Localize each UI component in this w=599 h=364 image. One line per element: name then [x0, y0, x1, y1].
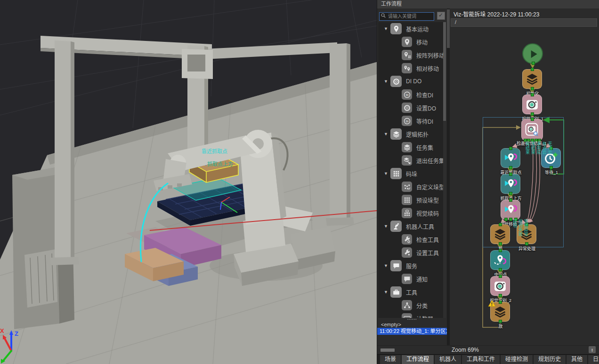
tree-group[interactable]: 服务	[378, 259, 446, 272]
tree-scrollbar[interactable]	[443, 22, 446, 318]
flow-node-midpoint[interactable]: 中间点	[490, 250, 510, 270]
flow-node-grab[interactable]: 抓	[490, 224, 510, 244]
collapse-arrow-icon[interactable]	[384, 79, 390, 84]
flow-node-above[interactable]: 抓取点上方	[501, 174, 520, 194]
flow-status-bar: Zoom 69% ▲▼	[377, 345, 599, 354]
workflow-editor: Viz-智能拆垛 2022-12-29 11:00:23 /	[450, 8, 599, 345]
flow-node-approach[interactable]: 靠近抓取点	[501, 148, 520, 168]
exit-port[interactable]	[499, 242, 502, 245]
tree-item[interactable]: 设置工具	[378, 246, 446, 259]
tree-group[interactable]: 基本运动	[378, 22, 446, 35]
tree-item[interactable]: 分类	[378, 299, 446, 312]
tree-group[interactable]: 码垛	[378, 167, 446, 180]
collapse-arrow-icon[interactable]	[384, 132, 390, 136]
tree-item[interactable]: 设置DO	[378, 101, 446, 114]
zoom-level: Zoom 69%	[452, 347, 479, 353]
tree-group[interactable]: 机器人工具	[378, 220, 446, 233]
zoom-spinner[interactable]: ▲▼	[589, 346, 596, 353]
exit-port[interactable]	[550, 166, 553, 169]
tree-item[interactable]: 任务集	[378, 141, 446, 154]
log-entry-selected[interactable]: 11:00:22 视觉移动_1: 单分区方形	[377, 328, 447, 335]
entry-port[interactable]	[509, 173, 512, 176]
flow-node-init[interactable]: 初始化	[522, 69, 542, 89]
entry-port[interactable]	[531, 93, 534, 96]
tab-工作流程[interactable]: 工作流程	[402, 355, 434, 364]
layers-icon	[493, 227, 507, 241]
tree-item[interactable]: 预设垛型	[378, 193, 446, 206]
splitter-handle[interactable]: ••••••	[377, 318, 447, 322]
tree-item[interactable]: 等待DI	[378, 114, 446, 127]
chat-icon	[390, 260, 402, 271]
layers-exit-icon	[402, 155, 412, 166]
tree-item-label: 计数器	[416, 315, 433, 318]
collapse-arrow-icon[interactable]	[384, 290, 390, 294]
tree-item[interactable]: 移动	[378, 35, 446, 48]
entry-port[interactable]	[509, 147, 512, 150]
tab-规划历史[interactable]: 规划历史	[534, 355, 566, 364]
exit-port[interactable]	[531, 87, 534, 90]
pin-grid-icon	[402, 50, 412, 60]
flow-node-vision2[interactable]: 视觉识别_2	[490, 276, 510, 296]
entry-port[interactable]	[499, 275, 502, 278]
ring-icon	[402, 103, 412, 113]
tree-group[interactable]: DI DO	[378, 75, 446, 88]
move-icon	[503, 203, 518, 217]
tree-item[interactable]: 通知	[378, 272, 446, 285]
exit-port[interactable]	[504, 218, 508, 221]
tree-item[interactable]: 视觉续码	[378, 206, 446, 220]
mech-viz-window: 靠近抓取点 抓取点上方 Z X 工作流程	[0, 0, 599, 364]
entry-port[interactable]	[531, 118, 534, 121]
tree-item[interactable]: 检查工具	[378, 233, 446, 246]
step-tree: 基本运动移动按阵列移动相对移动DI DO检查DI设置DO等待DI逻辑拓扑任务集退…	[378, 22, 446, 318]
counter-icon	[402, 313, 412, 318]
flow-node-vision1[interactable]: 视觉识别_1	[522, 95, 542, 114]
flow-node-check[interactable]: 检查视觉结果_1	[521, 119, 543, 141]
collapse-arrow-icon[interactable]	[384, 224, 390, 229]
exit-port[interactable]	[525, 242, 528, 245]
collapse-arrow-icon[interactable]	[384, 26, 390, 31]
tree-group[interactable]: 工具	[378, 285, 446, 299]
tab-碰撞检测[interactable]: 碰撞检测	[501, 355, 533, 364]
tab-日志[interactable]: 日志	[588, 355, 599, 364]
collapse-arrow-icon[interactable]	[384, 263, 390, 268]
tree-item-label: 视觉续码	[416, 209, 439, 217]
chat-icon	[402, 274, 412, 284]
tool-set-icon	[402, 247, 412, 258]
flow-node-place[interactable]: 放	[490, 302, 510, 322]
entry-port[interactable]	[509, 198, 512, 202]
exit-port[interactable]	[499, 268, 502, 271]
breadcrumb[interactable]: /	[451, 18, 597, 27]
entry-port[interactable]	[499, 249, 502, 252]
tab-机器人[interactable]: 机器人	[435, 355, 461, 364]
exit-port[interactable]	[509, 192, 512, 195]
tree-item[interactable]: 自定义垛型	[378, 180, 446, 193]
exit-port[interactable]	[509, 166, 512, 169]
search-input[interactable]	[379, 12, 434, 21]
filter-checkbox[interactable]	[437, 12, 445, 20]
progress-bar	[380, 348, 395, 352]
tree-item[interactable]: 相对移动	[378, 62, 446, 75]
tab-场景[interactable]: 场景	[380, 355, 401, 364]
collapse-arrow-icon[interactable]	[384, 171, 390, 176]
tab-其他[interactable]: 其他	[567, 355, 587, 364]
tree-item-label: 相对移动	[416, 64, 439, 72]
exit-port[interactable]	[499, 320, 502, 323]
tree-item[interactable]: 退出任务集	[378, 154, 446, 167]
exit-port[interactable]	[531, 112, 534, 116]
start-icon	[527, 48, 539, 60]
exit-port[interactable]	[499, 294, 502, 297]
tab-工具和工件[interactable]: 工具和工件	[462, 355, 500, 364]
flow-canvas[interactable]: 初始化视觉识别_1检查视觉结果_1靠近抓取点等待_1抓取点上方视觉移动_1抓异常…	[450, 27, 599, 345]
entry-port[interactable]	[499, 301, 502, 304]
3d-viewport[interactable]: 靠近抓取点 抓取点上方 Z X	[0, 0, 377, 364]
entry-port[interactable]	[499, 223, 502, 226]
exit-port[interactable]	[532, 62, 535, 65]
tree-item[interactable]: 检查DI	[378, 88, 446, 101]
tree-item[interactable]: 按阵列移动	[378, 48, 446, 62]
flow-node-start[interactable]	[522, 43, 543, 64]
tree-group[interactable]: 逻辑拓扑	[378, 127, 446, 141]
flow-node-vismove[interactable]: 视觉移动_1	[501, 200, 520, 220]
tree-item-label: 等待DI	[416, 117, 433, 125]
entry-port[interactable]	[531, 68, 534, 71]
tree-item[interactable]: 计数器	[378, 312, 446, 318]
